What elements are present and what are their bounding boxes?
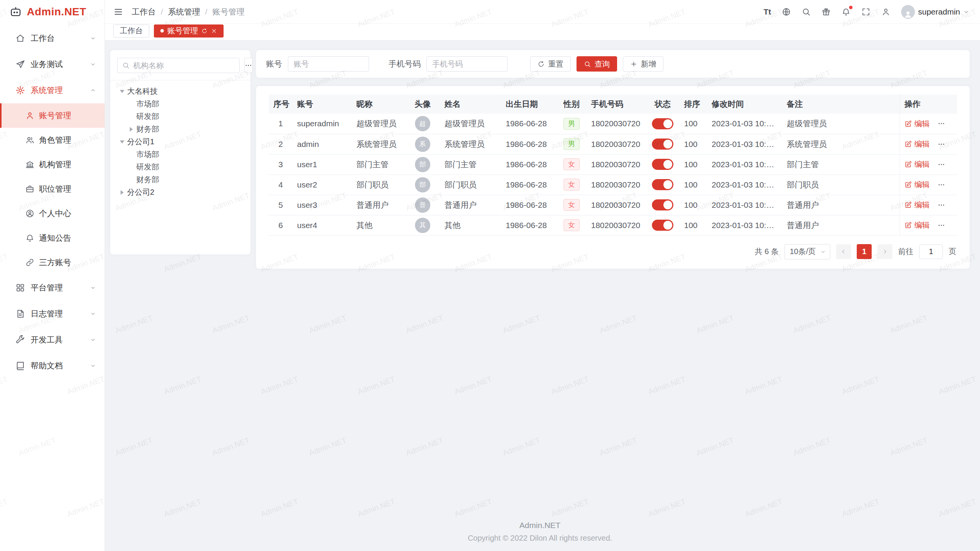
cell-name: 部门职员 — [440, 174, 501, 195]
tree-node[interactable]: 市场部 — [117, 148, 243, 161]
cell-name: 系统管理员 — [440, 134, 501, 154]
row-avatar: 部 — [415, 177, 430, 192]
tab-label: 账号管理 — [167, 26, 198, 36]
sidebar-item-label: 个人中心 — [39, 208, 71, 219]
phone-input[interactable] — [426, 56, 508, 72]
cell-modify-time: 2023-01-03 10:59:44 — [707, 134, 782, 154]
table-row: 5 user3 普通用户 普 普通用户 1986-06-28 女 1802003… — [269, 195, 957, 215]
edit-button[interactable]: 编辑 — [905, 200, 930, 210]
tree-node[interactable]: 财务部 — [117, 173, 243, 186]
tree-node[interactable]: 财务部 — [117, 123, 243, 135]
sidebar-item-role-management[interactable]: 角色管理 — [0, 128, 105, 152]
close-icon[interactable] — [211, 28, 217, 34]
gender-badge: 女 — [564, 219, 580, 231]
pagination-total: 共 6 条 — [755, 246, 779, 257]
tree-node-label: 分公司1 — [127, 137, 154, 147]
account-table: 序号 账号 昵称 头像 姓名 出生日期 性别 手机号码 状态 排序 修改时间 — [269, 95, 957, 236]
sidebar-item-help-docs[interactable]: 帮助文档 — [0, 353, 105, 379]
logo[interactable]: Admin.NET — [0, 0, 105, 24]
cell-nickname: 其他 — [352, 215, 405, 235]
briefcase-icon — [25, 184, 34, 194]
sidebar-item-workbench[interactable]: 工作台 — [0, 25, 105, 51]
page-number[interactable]: 1 — [857, 244, 872, 259]
user-menu[interactable]: superadmin — [901, 5, 969, 19]
gender-badge: 女 — [564, 179, 580, 191]
gender-badge: 女 — [564, 199, 580, 211]
sidebar-item-business-test[interactable]: 业务测试 — [0, 51, 105, 77]
edit-button[interactable]: 编辑 — [905, 119, 930, 129]
announcement-icon — [25, 233, 34, 243]
edit-label: 编辑 — [915, 139, 930, 149]
more-actions-button[interactable] — [938, 181, 945, 189]
col-header: 备注 — [782, 95, 900, 114]
search-icon[interactable] — [802, 7, 811, 16]
tree-node[interactable]: 分公司2 — [117, 186, 243, 199]
account-input[interactable] — [288, 56, 369, 72]
locale-icon[interactable] — [782, 7, 791, 16]
org-more-button[interactable] — [244, 58, 253, 73]
tab-workbench[interactable]: 工作台 — [113, 24, 149, 37]
sidebar-item-dev-tools[interactable]: 开发工具 — [0, 327, 105, 353]
fullscreen-icon[interactable] — [861, 7, 871, 16]
search-button[interactable]: 查询 — [577, 56, 617, 72]
tree-node[interactable]: 研发部 — [117, 110, 243, 123]
edit-button[interactable]: 编辑 — [905, 179, 930, 190]
goto-page-input[interactable] — [919, 245, 943, 259]
status-toggle[interactable] — [652, 199, 673, 210]
bell-icon[interactable] — [841, 7, 851, 16]
profile-icon[interactable] — [881, 7, 890, 16]
breadcrumb-item[interactable]: 系统管理 — [168, 7, 200, 17]
status-toggle[interactable] — [652, 139, 673, 150]
font-size-icon[interactable]: Tt — [763, 7, 771, 16]
tree-node[interactable]: 研发部 — [117, 161, 243, 173]
org-search-input[interactable] — [133, 61, 235, 70]
reset-button[interactable]: 重置 — [530, 56, 571, 72]
breadcrumb-item[interactable]: 工作台 — [132, 7, 156, 17]
gift-icon[interactable] — [822, 7, 831, 16]
prev-page-button[interactable] — [836, 244, 851, 259]
cell-phone: 18020030720 — [586, 114, 646, 134]
page-size-select[interactable]: 10条/页 — [784, 244, 830, 259]
refresh-icon[interactable] — [201, 28, 207, 34]
sidebar-item-platform-management[interactable]: 平台管理 — [0, 275, 105, 301]
col-header: 出生日期 — [501, 95, 557, 114]
tree-node[interactable]: 市场部 — [117, 98, 243, 110]
next-page-button[interactable] — [877, 244, 892, 259]
tab-account-management[interactable]: 账号管理 — [154, 24, 224, 37]
breadcrumb-separator: / — [205, 7, 207, 16]
add-button[interactable]: 新增 — [623, 56, 663, 72]
status-toggle[interactable] — [652, 179, 673, 190]
caret-down-icon[interactable] — [117, 140, 127, 143]
more-actions-button[interactable] — [938, 120, 945, 127]
caret-down-icon[interactable] — [117, 90, 127, 93]
edit-button[interactable]: 编辑 — [905, 220, 930, 230]
sidebar-item-organization-management[interactable]: 机构管理 — [0, 152, 105, 177]
cell-modify-time: 2023-01-03 10:59:44 — [707, 195, 782, 215]
status-toggle[interactable] — [652, 220, 673, 231]
row-avatar: 普 — [415, 197, 430, 213]
edit-button[interactable]: 编辑 — [905, 139, 930, 149]
sidebar-item-log-management[interactable]: 日志管理 — [0, 301, 105, 327]
status-toggle[interactable] — [652, 159, 673, 170]
more-actions-button[interactable] — [938, 201, 945, 209]
tree-node[interactable]: 大名科技 — [117, 85, 243, 98]
sidebar-item-account-management[interactable]: 账号管理 — [0, 103, 105, 128]
caret-right-icon[interactable] — [117, 190, 127, 195]
more-actions-button[interactable] — [938, 161, 945, 168]
tabbar: 工作台 账号管理 — [105, 24, 980, 41]
caret-right-icon[interactable] — [126, 127, 136, 132]
tree-node[interactable]: 分公司1 — [117, 135, 243, 148]
more-actions-button[interactable] — [938, 140, 945, 148]
sidebar-item-third-party-account[interactable]: 三方账号 — [0, 250, 105, 275]
status-toggle[interactable] — [652, 118, 673, 129]
system-management-submenu: 账号管理 角色管理 机构管理 职位管理 个人中心 通知公告 — [0, 103, 105, 275]
sidebar-item-position-management[interactable]: 职位管理 — [0, 177, 105, 201]
sidebar-item-personal-center[interactable]: 个人中心 — [0, 201, 105, 226]
main-area: 工作台 / 系统管理 / 账号管理 Tt superadmin 工作台 — [105, 0, 980, 551]
sidebar-item-system-management[interactable]: 系统管理 — [0, 77, 105, 103]
more-actions-button[interactable] — [938, 222, 945, 229]
sidebar-item-notice-announcement[interactable]: 通知公告 — [0, 226, 105, 250]
menu-icon[interactable] — [113, 7, 123, 17]
footer-copyright: Copyright © 2022 Dilon All rights reserv… — [110, 534, 970, 543]
edit-button[interactable]: 编辑 — [905, 159, 930, 170]
